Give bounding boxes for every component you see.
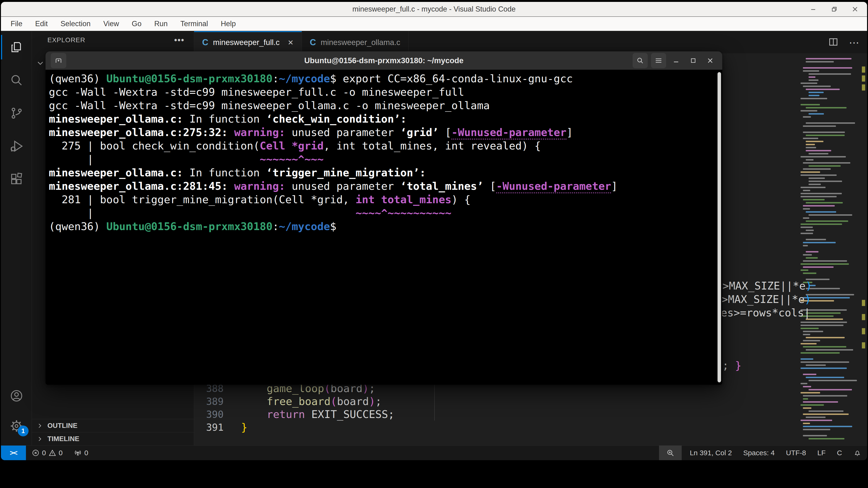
folder-chevron-down-icon[interactable] bbox=[36, 59, 45, 69]
vscode-window: minesweeper_full.c - mycode - Visual Stu… bbox=[1, 2, 867, 460]
terminal-line: | ~~~~~~^~~~ bbox=[49, 153, 722, 166]
code-text: free_board(board); bbox=[241, 395, 382, 408]
window-close-button[interactable] bbox=[851, 5, 859, 13]
terminal-line: 281 | bool trigger_mine_migration(Cell *… bbox=[49, 193, 722, 206]
warning-icon bbox=[49, 449, 56, 457]
problems-indicator[interactable]: 0 0 bbox=[26, 446, 68, 460]
tab-minesweeper_full.c[interactable]: Cminesweeper_full.c✕ bbox=[194, 31, 302, 54]
line-number: 390 bbox=[194, 409, 224, 420]
activity-bar: 1 bbox=[1, 31, 32, 445]
terminal-content[interactable]: (qwen36) Ubuntu@0156-dsm-prxmx30180:~/my… bbox=[45, 70, 722, 385]
tab-label: minesweeper_full.c bbox=[213, 38, 280, 47]
activitybar-extensions[interactable] bbox=[1, 165, 32, 193]
language-mode[interactable]: C bbox=[831, 446, 848, 460]
terminal-line: minesweeper_ollama.c: In function ‘check… bbox=[49, 112, 722, 126]
editor-more-actions-icon[interactable]: ⋯ bbox=[849, 36, 860, 48]
sidebar-title: EXPLORER bbox=[48, 36, 85, 44]
activitybar-source-control[interactable] bbox=[1, 99, 32, 127]
ports-indicator[interactable]: 0 bbox=[68, 446, 94, 460]
chevron-right-icon bbox=[36, 435, 44, 443]
editor-code-line-391[interactable]: 391} bbox=[194, 421, 867, 434]
terminal-title-bar[interactable]: Ubuntu@0156-dsm-prxmx30180: ~/mycode bbox=[45, 52, 722, 70]
workbench: 1 EXPLORER ••• OUTLINETIMELINE Cmineswee… bbox=[1, 31, 867, 445]
encoding-setting[interactable]: UTF-8 bbox=[780, 446, 812, 460]
terminal-line: (qwen36) Ubuntu@0156-dsm-prxmx30180:~/my… bbox=[49, 220, 722, 233]
editor-code-fragment: nes>=rows*cols| bbox=[714, 306, 810, 319]
menu-run[interactable]: Run bbox=[148, 17, 174, 31]
line-number: 391 bbox=[194, 422, 224, 433]
broadcast-icon bbox=[74, 449, 82, 457]
editor-code-fragment: s>MAX_SIZE||*e) bbox=[715, 293, 811, 305]
indent-guide bbox=[434, 382, 435, 421]
terminal-line: gcc -Wall -Wextra -std=c99 minesweeper_o… bbox=[49, 99, 722, 112]
sidebar-more-actions[interactable]: ••• bbox=[174, 35, 184, 45]
account-icon bbox=[9, 389, 24, 403]
editor-code-line-390[interactable]: 390 return EXIT_SUCCESS; bbox=[194, 408, 867, 421]
remote-icon: >< bbox=[10, 449, 17, 457]
terminal-menu-button[interactable] bbox=[651, 53, 666, 68]
tab-label: minesweeper_ollama.c bbox=[321, 38, 401, 47]
indentation-setting[interactable]: Spaces: 4 bbox=[738, 446, 780, 460]
terminal-line: minesweeper_ollama.c: In function ‘trigg… bbox=[49, 166, 722, 180]
magnifier-plus-icon bbox=[666, 449, 675, 457]
tab-close-icon[interactable]: ✕ bbox=[287, 38, 293, 47]
terminal-close-button[interactable] bbox=[703, 53, 717, 68]
extensions-icon bbox=[9, 172, 24, 187]
window-restore-button[interactable] bbox=[830, 5, 838, 13]
sidebar-panel-outline[interactable]: OUTLINE bbox=[32, 419, 194, 432]
terminal-scrollbar[interactable] bbox=[717, 72, 721, 382]
minimap[interactable] bbox=[799, 57, 860, 441]
eol-setting[interactable]: LF bbox=[812, 446, 831, 460]
window-title-bar: minesweeper_full.c - mycode - Visual Stu… bbox=[1, 2, 867, 17]
settings-badge: 1 bbox=[18, 426, 29, 436]
run-debug-icon bbox=[9, 139, 24, 154]
terminal-maximize-button[interactable] bbox=[686, 53, 700, 68]
c-language-icon: C bbox=[202, 37, 208, 47]
remote-indicator[interactable]: >< bbox=[1, 446, 26, 460]
terminal-line: minesweeper_ollama.c:275:32: warning: un… bbox=[49, 126, 722, 139]
menu-go[interactable]: Go bbox=[125, 17, 148, 31]
status-bar: >< 0 0 0 Ln 391, Col 2 Spaces: 4 UTF-8 L… bbox=[1, 445, 867, 460]
menu-selection[interactable]: Selection bbox=[54, 17, 97, 31]
terminal-title: Ubuntu@0156-dsm-prxmx30180: ~/mycode bbox=[45, 56, 722, 65]
terminal-minimize-button[interactable] bbox=[670, 53, 683, 68]
terminal-search-button[interactable] bbox=[632, 53, 648, 68]
source-control-icon bbox=[9, 106, 24, 121]
code-text: return EXIT_SUCCESS; bbox=[241, 408, 394, 421]
editor-code-fragment: s>MAX_SIZE||*e) bbox=[716, 280, 812, 292]
screen-zoom-indicator[interactable] bbox=[659, 446, 682, 460]
activitybar-search[interactable] bbox=[1, 66, 32, 94]
menu-terminal[interactable]: Terminal bbox=[174, 17, 214, 31]
window-minimize-button[interactable] bbox=[809, 5, 817, 13]
warning-count: 0 bbox=[59, 449, 63, 457]
cursor-position[interactable]: Ln 391, Col 2 bbox=[684, 446, 737, 460]
panel-label: OUTLINE bbox=[48, 422, 78, 429]
terminal-line: 275 | bool check_win_condition(Cell *gri… bbox=[49, 139, 722, 153]
sidebar-panel-timeline[interactable]: TIMELINE bbox=[32, 432, 194, 445]
c-language-icon: C bbox=[310, 37, 316, 47]
window-title: minesweeper_full.c - mycode - Visual Stu… bbox=[352, 5, 516, 13]
activitybar-settings[interactable]: 1 bbox=[1, 412, 32, 440]
tab-minesweeper_ollama.c[interactable]: Cminesweeper_ollama.c bbox=[302, 31, 409, 54]
menu-edit[interactable]: Edit bbox=[29, 17, 54, 31]
editor-code-line-389[interactable]: 389 free_board(board); bbox=[194, 395, 867, 408]
tab-bar: Cminesweeper_full.c✕Cminesweeper_ollama.… bbox=[194, 31, 867, 54]
line-number: 389 bbox=[194, 396, 224, 407]
notifications-bell[interactable] bbox=[848, 446, 867, 460]
activitybar-explorer[interactable] bbox=[1, 33, 32, 61]
error-icon bbox=[32, 449, 40, 457]
panel-label: TIMELINE bbox=[48, 435, 79, 443]
terminal-line: (qwen36) Ubuntu@0156-dsm-prxmx30180:~/my… bbox=[49, 72, 722, 85]
ports-count: 0 bbox=[84, 449, 88, 457]
menu-help[interactable]: Help bbox=[214, 17, 242, 31]
terminal-line: minesweeper_ollama.c:281:45: warning: un… bbox=[49, 180, 722, 193]
split-editor-icon[interactable] bbox=[828, 37, 838, 48]
code-text: } bbox=[241, 421, 247, 433]
activitybar-accounts[interactable] bbox=[1, 382, 32, 410]
menu-file[interactable]: File bbox=[4, 17, 29, 31]
activitybar-run-debug[interactable] bbox=[1, 132, 32, 160]
search-icon bbox=[9, 73, 24, 88]
terminal-line: gcc -Wall -Wextra -std=c99 minesweeper_f… bbox=[49, 85, 722, 99]
menu-view[interactable]: View bbox=[97, 17, 125, 31]
terminal-line: | ~~~~^~~~~~~~~~~ bbox=[49, 206, 722, 220]
